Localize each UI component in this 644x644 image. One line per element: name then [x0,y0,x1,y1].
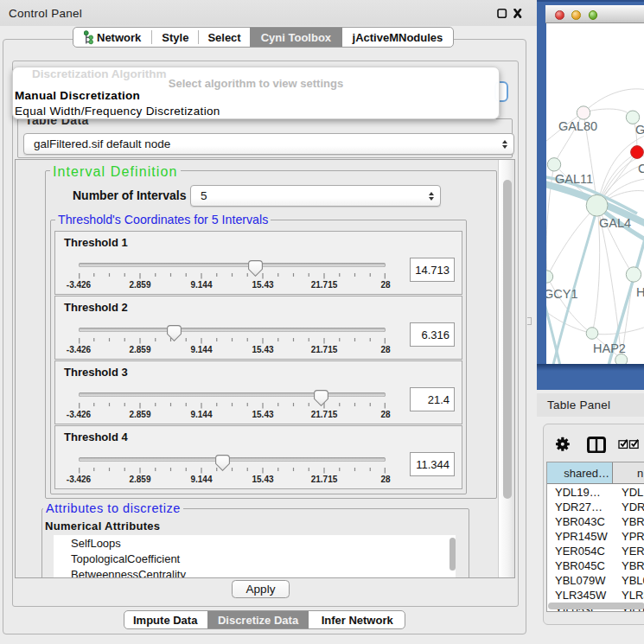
svg-text:G.: G. [635,123,644,137]
svg-text:GCY1: GCY1 [546,287,578,301]
svg-text:GAL4: GAL4 [599,216,631,230]
svg-text:H: H [636,285,644,299]
svg-text:HAP2: HAP2 [593,341,626,355]
svg-text:C: C [638,162,644,175]
svg-text:GAL80: GAL80 [558,119,597,133]
svg-text:GAL11: GAL11 [555,172,593,186]
